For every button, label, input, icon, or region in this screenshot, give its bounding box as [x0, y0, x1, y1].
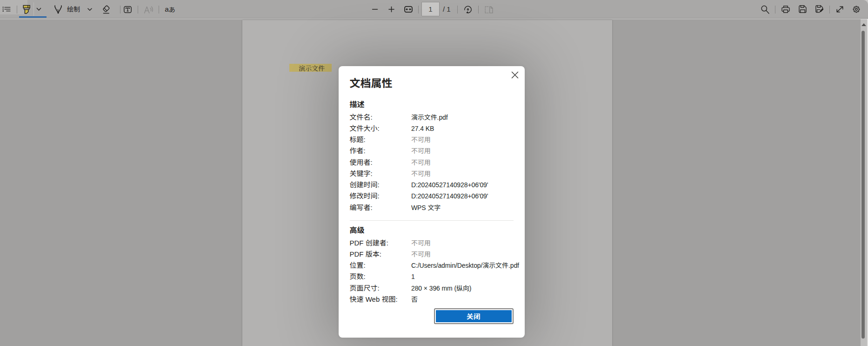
- toolbar-separator: [775, 6, 775, 14]
- property-label: 标题:: [350, 134, 366, 146]
- pen-nib-icon: [53, 5, 63, 14]
- property-row: 编写者:WPS 文字: [350, 202, 514, 213]
- printer-icon: [781, 6, 790, 13]
- property-label: 编写者:: [350, 202, 373, 214]
- property-value: 不可用: [411, 157, 431, 169]
- toolbar-separator: [478, 6, 479, 14]
- page-view-button: [485, 6, 493, 14]
- property-value: 1: [411, 271, 415, 283]
- property-row: 位置:C:/Users/admin/Desktop/演示文件.pdf: [350, 260, 514, 271]
- property-row: 文件大小:27.4 KB: [350, 123, 514, 134]
- dialog-close-action-button[interactable]: 关闭: [436, 310, 512, 322]
- text-options-button[interactable]: aあ: [165, 5, 175, 14]
- dialog-title: 文档属性: [350, 76, 393, 90]
- save-as-icon: [815, 5, 824, 14]
- property-value: 280 × 396 mm (纵向): [411, 283, 471, 294]
- page-view-icon: [485, 6, 493, 14]
- property-label: PDF 创建者:: [350, 237, 388, 249]
- property-label: 使用者:: [350, 157, 373, 169]
- toolbar-separator: [418, 6, 419, 14]
- document-properties-dialog: 文档属性 描述 文件名:演示文件.pdf文件大小:27.4 KB标题:不可用作者…: [339, 66, 525, 338]
- property-row: 页数:1: [350, 271, 514, 282]
- highlighter-icon-holder[interactable]: [22, 4, 31, 14]
- property-row: 作者:不可用: [350, 145, 514, 156]
- toolbar-separator: [138, 6, 138, 14]
- toolbar-separator: [457, 6, 458, 14]
- property-row: 创建时间:D:20240527140928+06'09': [350, 179, 514, 190]
- chevron-down-icon: [36, 7, 41, 12]
- scroll-up-arrow-icon[interactable]: [861, 23, 866, 26]
- table-of-contents-icon: [2, 5, 11, 14]
- property-value: 不可用: [411, 237, 431, 249]
- latin-a-glyph: a: [165, 5, 169, 14]
- add-text-button[interactable]: [124, 6, 132, 13]
- save-button[interactable]: [799, 5, 807, 13]
- property-label: 文件大小:: [350, 123, 380, 135]
- toolbar-separator: [17, 6, 17, 14]
- settings-button[interactable]: [852, 5, 861, 14]
- property-value: 演示文件.pdf: [411, 112, 448, 123]
- read-aloud-button: [144, 6, 154, 14]
- property-row: 标题:不可用: [350, 134, 514, 145]
- dialog-close-button[interactable]: [511, 71, 519, 79]
- rotate-icon: [464, 5, 472, 14]
- erase-tool-button[interactable]: [102, 5, 111, 14]
- property-label: 作者:: [350, 145, 366, 157]
- property-label: 位置:: [350, 260, 366, 271]
- section-heading-description: 描述: [350, 99, 365, 110]
- rotate-button[interactable]: [464, 5, 472, 14]
- property-row: 快速 Web 视图:否: [350, 294, 514, 305]
- property-row: PDF 创建者:不可用: [350, 237, 514, 249]
- property-value: 不可用: [411, 168, 431, 180]
- property-label: PDF 版本:: [350, 249, 381, 260]
- property-value: 不可用: [411, 134, 431, 146]
- property-value: WPS 文字: [411, 202, 441, 214]
- property-row: 修改时间:D:20240527140928+06'09': [350, 190, 514, 202]
- print-button[interactable]: [781, 6, 790, 13]
- toolbar-separator: [829, 6, 830, 14]
- draw-tool-label[interactable]: 绘制: [67, 6, 80, 13]
- property-value: 不可用: [411, 145, 431, 157]
- save-icon: [799, 5, 807, 13]
- split-button-divider: [33, 2, 34, 16]
- dialog-close-button-focus-ring[interactable]: 关闭: [434, 308, 514, 324]
- property-row: 关键字:不可用: [350, 168, 514, 179]
- plus-icon: [388, 6, 395, 13]
- property-label: 修改时间:: [350, 190, 380, 202]
- draw-options-dropdown[interactable]: [87, 7, 92, 12]
- chevron-down-icon: [87, 7, 92, 12]
- active-tool-underline: [19, 16, 47, 18]
- minus-icon: [372, 6, 378, 13]
- vertical-scrollbar[interactable]: [861, 19, 867, 346]
- draw-tool-button[interactable]: [53, 5, 63, 14]
- hiragana-a-glyph: あ: [169, 5, 175, 14]
- toolbar-separator: [159, 6, 159, 14]
- property-row: 文件名:演示文件.pdf: [350, 112, 514, 123]
- scrollbar-thumb[interactable]: [861, 31, 865, 339]
- table-of-contents-button[interactable]: [2, 5, 11, 14]
- property-value: 不可用: [411, 249, 431, 260]
- fit-to-width-button[interactable]: [404, 6, 413, 13]
- property-value: D:20240527140928+06'09': [411, 190, 488, 202]
- property-label: 页数:: [350, 271, 366, 283]
- toolbar-separator: [120, 6, 120, 14]
- read-aloud-icon: [144, 6, 154, 14]
- property-label: 创建时间:: [350, 179, 380, 191]
- property-value: 否: [411, 294, 418, 305]
- property-label: 页面尺寸:: [350, 283, 380, 294]
- search-button[interactable]: [761, 5, 770, 14]
- property-row: 页面尺寸:280 × 396 mm (纵向): [350, 283, 514, 294]
- close-icon: [511, 71, 519, 79]
- page-number-field[interactable]: 1: [421, 2, 440, 16]
- save-as-button[interactable]: [815, 5, 824, 14]
- fullscreen-button[interactable]: [836, 6, 844, 13]
- gear-icon: [852, 5, 861, 14]
- zoom-in-button[interactable]: [388, 6, 395, 13]
- fit-to-width-icon: [404, 6, 413, 13]
- fullscreen-icon: [836, 6, 844, 13]
- highlight-options-dropdown[interactable]: [36, 7, 41, 12]
- zoom-out-button[interactable]: [372, 6, 378, 13]
- property-label: 快速 Web 视图:: [350, 294, 398, 305]
- property-label: 文件名:: [350, 112, 373, 123]
- property-row: 使用者:不可用: [350, 157, 514, 168]
